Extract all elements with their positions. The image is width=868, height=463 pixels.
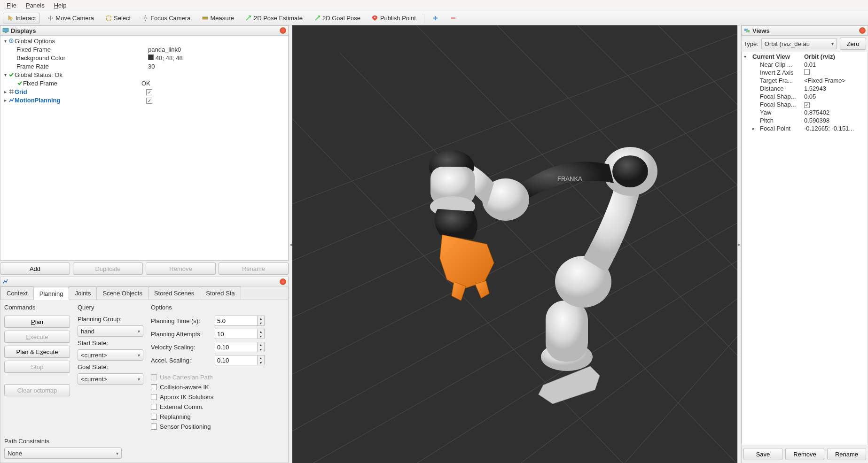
tree-motion-planning[interactable]: ▸ MotionPlanning ✓	[0, 96, 288, 104]
tab-stored-scenes[interactable]: Stored Scenes	[148, 286, 200, 300]
tree-global-status[interactable]: ▾ Global Status: Ok	[0, 70, 288, 79]
expand-icon[interactable]: ▾	[2, 39, 8, 44]
spin-down-icon[interactable]: ▾	[258, 334, 264, 339]
prop-pitch[interactable]: Pitch0.590398	[743, 116, 867, 124]
spin-down-icon[interactable]: ▾	[258, 321, 264, 325]
stop-button[interactable]: Stop	[4, 361, 70, 373]
approx-ik-checkbox[interactable]	[151, 394, 157, 400]
prop-target-frame[interactable]: Target Fra...<Fixed Frame>	[743, 77, 867, 85]
tree-frame-rate[interactable]: Frame Rate30	[0, 62, 288, 70]
prop-invert-z[interactable]: Invert Z Axis	[743, 69, 867, 77]
expand-icon[interactable]: ▾	[2, 72, 8, 77]
planning-time-spinner[interactable]: ▴▾	[215, 316, 265, 326]
displays-close-icon[interactable]	[280, 27, 286, 34]
prop-focal-point[interactable]: ▸Focal Point-0.12665; -0.151...	[743, 124, 867, 132]
checkbox[interactable]: ✓	[146, 98, 152, 104]
accel-scaling-spinner[interactable]: ▴▾	[215, 355, 265, 365]
spin-up-icon[interactable]: ▴	[258, 355, 264, 360]
tool-focus-camera[interactable]: Focus Camera	[138, 13, 195, 23]
prop-near-clip[interactable]: Near Clip ...0.01	[743, 61, 867, 69]
3d-viewport[interactable]: FRANKA	[292, 25, 737, 463]
tree-global-options[interactable]: ▾ Global Options	[0, 37, 288, 45]
planning-attempts-input[interactable]	[215, 329, 257, 339]
expand-icon[interactable]: ▸	[752, 126, 755, 131]
checkbox[interactable]	[804, 69, 810, 75]
views-properties[interactable]: ▾Current ViewOrbit (rviz) Near Clip ...0…	[742, 52, 868, 445]
velocity-scaling-input[interactable]	[215, 342, 257, 352]
start-state-select[interactable]: <current>	[78, 349, 143, 361]
tool-move-camera[interactable]: Move Camera	[43, 13, 98, 23]
tool-remove-marker[interactable]	[446, 13, 461, 23]
add-button[interactable]: Add	[0, 262, 70, 275]
prop-focal-shape-fixed[interactable]: Focal Shap...✓	[743, 100, 867, 108]
spin-up-icon[interactable]: ▴	[258, 316, 264, 321]
tool-measure[interactable]: Measure	[197, 13, 238, 23]
views-remove-button[interactable]: Remove	[785, 448, 824, 460]
prop-current-view[interactable]: ▾Current ViewOrbit (rviz)	[743, 53, 867, 61]
collision-ik-checkbox[interactable]	[151, 384, 157, 390]
tree-item-label: Fixed Frame	[16, 46, 148, 53]
spin-up-icon[interactable]: ▴	[258, 329, 264, 334]
spin-up-icon[interactable]: ▴	[258, 342, 264, 347]
replanning-label: Replanning	[160, 413, 191, 420]
remove-button[interactable]: Remove	[146, 262, 216, 275]
planning-group-select[interactable]: hand	[78, 325, 143, 337]
tab-context[interactable]: Context	[0, 286, 34, 300]
prop-distance[interactable]: Distance1.52943	[743, 85, 867, 93]
views-type-select[interactable]: Orbit (rviz_defau	[761, 38, 837, 49]
tree-bg-color[interactable]: Background Color48; 48; 48	[0, 54, 288, 62]
execute-button[interactable]: Execute	[4, 331, 70, 343]
planning-time-input[interactable]	[215, 316, 257, 326]
tool-2d-nav-goal[interactable]: 2D Goal Pose	[310, 13, 365, 23]
views-close-icon[interactable]	[859, 27, 866, 34]
rename-button[interactable]: Rename	[219, 262, 289, 275]
spin-down-icon[interactable]: ▾	[258, 347, 264, 352]
tab-stored-states[interactable]: Stored Sta	[200, 286, 241, 300]
expand-icon[interactable]: ▾	[744, 54, 746, 59]
prop-yaw[interactable]: Yaw0.875402	[743, 108, 867, 116]
tool-add-marker[interactable]	[428, 13, 443, 23]
displays-tree[interactable]: ▾ Global Options Fixed Framepanda_link0 …	[0, 36, 289, 261]
replanning-checkbox[interactable]	[151, 414, 157, 420]
checkbox[interactable]: ✓	[804, 102, 810, 108]
menu-help[interactable]: Help	[49, 1, 71, 10]
expand-icon[interactable]: ▸	[2, 98, 8, 103]
options-column: Options Planning Time (s):▴▾ Planning At…	[151, 304, 284, 430]
spin-down-icon[interactable]: ▾	[258, 360, 264, 365]
prop-value: -0.12665; -0.151...	[804, 125, 867, 132]
tool-2d-pose-estimate[interactable]: 2D Pose Estimate	[241, 13, 307, 23]
plan-button[interactable]: Plan	[4, 316, 70, 328]
tree-fixed-frame-status[interactable]: Fixed FrameOK	[0, 79, 288, 87]
plan-and-execute-button[interactable]: Plan & Execute	[4, 346, 70, 358]
accel-scaling-input[interactable]	[215, 355, 257, 365]
prop-focal-shape-size[interactable]: Focal Shap...0.05	[743, 93, 867, 100]
color-swatch-icon	[148, 54, 154, 60]
menu-file[interactable]: File	[2, 1, 21, 10]
tool-interact[interactable]: Interact	[3, 13, 40, 23]
tab-planning[interactable]: Planning	[33, 287, 70, 300]
duplicate-button[interactable]: Duplicate	[73, 262, 143, 275]
tab-joints[interactable]: Joints	[69, 286, 97, 300]
goal-state-select[interactable]: <current>	[78, 373, 143, 385]
tool-publish-point[interactable]: Publish Point	[368, 13, 420, 23]
tab-scene-objects[interactable]: Scene Objects	[96, 286, 149, 300]
tree-fixed-frame[interactable]: Fixed Framepanda_link0	[0, 45, 288, 54]
views-panel-header: Views	[742, 25, 868, 36]
expand-icon[interactable]: ▸	[2, 89, 8, 94]
views-save-button[interactable]: Save	[743, 448, 782, 460]
motion-planning-close-icon[interactable]	[280, 278, 286, 285]
checkbox[interactable]: ✓	[146, 89, 152, 95]
planning-attempts-spinner[interactable]: ▴▾	[215, 329, 265, 339]
right-collapse-handle[interactable]: ▸	[737, 25, 741, 463]
path-constraints-select[interactable]: None	[4, 448, 122, 459]
tool-select[interactable]: Select	[101, 13, 135, 23]
zero-button[interactable]: Zero	[840, 38, 866, 50]
external-comm-checkbox[interactable]	[151, 404, 157, 410]
menu-panels[interactable]: Panels	[21, 1, 49, 10]
views-rename-button[interactable]: Rename	[827, 448, 866, 460]
left-collapse-handle[interactable]: ◂	[289, 25, 292, 463]
sensor-positioning-checkbox[interactable]	[151, 424, 157, 430]
tree-grid[interactable]: ▸ Grid ✓	[0, 87, 288, 96]
velocity-scaling-spinner[interactable]: ▴▾	[215, 342, 265, 352]
clear-octomap-button[interactable]: Clear octomap	[4, 384, 70, 396]
